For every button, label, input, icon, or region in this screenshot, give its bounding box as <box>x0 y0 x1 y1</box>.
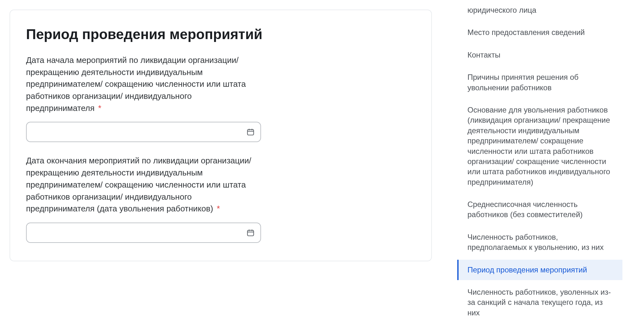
nav-item-period[interactable]: Период проведения мероприятий <box>457 260 622 280</box>
nav-item-dismissal-basis[interactable]: Основание для увольнения работников (лик… <box>457 100 622 192</box>
date-input-wrap <box>26 122 261 142</box>
nav-item-planned-dismissals[interactable]: Численность работников, предполагаемых к… <box>457 227 622 258</box>
field-label: Дата начала мероприятий по ликвидации ор… <box>26 54 255 114</box>
required-mark: * <box>98 103 101 113</box>
field-label: Дата окончания мероприятий по ликвидации… <box>26 155 255 215</box>
nav-item-submission-place[interactable]: Место предоставления сведений <box>457 22 622 43</box>
label-text: Дата начала мероприятий по ликвидации ор… <box>26 55 246 113</box>
section-sidenav: юридического лица Место предоставления с… <box>457 0 622 323</box>
nav-item-legal-entity[interactable]: юридического лица <box>457 0 622 20</box>
nav-item-dismissal-reasons[interactable]: Причины принятия решения об увольнении р… <box>457 67 622 98</box>
date-input-wrap <box>26 223 261 243</box>
required-mark: * <box>217 204 220 213</box>
field-end-date: Дата окончания мероприятий по ликвидации… <box>26 155 415 243</box>
nav-item-contacts[interactable]: Контакты <box>457 45 622 65</box>
start-date-input[interactable] <box>26 122 261 142</box>
end-date-input[interactable] <box>26 223 261 243</box>
nav-item-avg-headcount[interactable]: Среднесписочная численность работников (… <box>457 194 622 225</box>
nav-item-sanction-dismissals[interactable]: Численность работников, уволенных из-за … <box>457 282 622 323</box>
form-card-period: Период проведения мероприятий Дата начал… <box>10 10 432 261</box>
field-start-date: Дата начала мероприятий по ликвидации ор… <box>26 54 415 142</box>
section-heading: Период проведения мероприятий <box>26 25 415 43</box>
